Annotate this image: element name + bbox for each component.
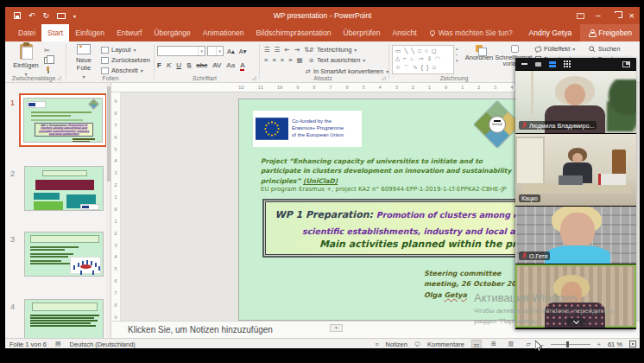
mouse-cursor xyxy=(535,341,543,352)
new-slide-button[interactable]: Neue Folie ▾ xyxy=(69,44,98,80)
notes-placeholder[interactable]: Klicken Sie, um Notizen hinzuzufügen xyxy=(128,322,273,339)
thumbnail-scrollbar-thumb[interactable] xyxy=(107,86,110,182)
program-line-text[interactable]: EU program Erasmus +, project KA2 n° 609… xyxy=(261,186,507,193)
project-text-main: Project “Enhancing capacity of universit… xyxy=(261,157,511,185)
indent-increase-icon: ⇥ xyxy=(294,46,300,54)
reading-view-button[interactable]: ▥ xyxy=(506,340,516,348)
video-tile-3[interactable]: О.Гетя xyxy=(515,206,636,264)
font-format-buttons[interactable]: FKUSabcAVAaA xyxy=(157,61,244,71)
arrange-button[interactable]: Anordnen xyxy=(464,45,494,61)
tab-datei[interactable]: Datei xyxy=(12,24,41,41)
zoom-level[interactable]: 61 % xyxy=(608,341,622,348)
minimize-icon[interactable]: – xyxy=(596,12,601,19)
clipboard-group-label: Zwischenablage xyxy=(7,75,60,81)
thumbnail-slide-2[interactable] xyxy=(24,166,104,211)
panel-layout-icon[interactable] xyxy=(622,61,630,67)
paragraph-dialog-launcher[interactable]: ◿ xyxy=(382,74,386,80)
shapes-row-2[interactable]: △⌐∟⇨⇩◠ xyxy=(395,55,451,62)
smartart-button[interactable]: ⇄ In SmartArt konvertieren▾ xyxy=(306,67,388,75)
clipboard-dialog-launcher[interactable]: ◿ xyxy=(57,74,61,80)
video-tile-1[interactable]: Людмила Владимиро... xyxy=(515,70,636,133)
notes-toggle-icon: ≡ xyxy=(375,341,378,347)
person-icon xyxy=(588,29,595,37)
ribbon-display-options-icon[interactable]: ⌃ xyxy=(577,13,584,19)
zoom-in-button[interactable]: + xyxy=(597,341,601,347)
restore-icon[interactable] xyxy=(612,13,618,18)
shapes-gallery[interactable]: ▭╲╲□○◻ △⌐∟⇨⇩◠ ☆⌒∿{}✩ xyxy=(392,45,454,74)
tab-start[interactable]: Start xyxy=(41,24,69,41)
tab-entwurf[interactable]: Entwurf xyxy=(110,24,148,41)
chevron-down-icon[interactable] xyxy=(566,318,585,326)
layout-button[interactable]: Layout▾ xyxy=(101,46,136,54)
tab-ueberpruefen[interactable]: Überprüfen xyxy=(338,24,387,41)
tell-me-box[interactable]: Was möchten Sie tun? xyxy=(430,24,513,41)
eu-logo-box[interactable]: Co-funded by the Erasmus+ Programme of t… xyxy=(253,111,362,147)
font-dialog-launcher[interactable]: ◿ xyxy=(252,74,256,80)
shapes-row-3[interactable]: ☆⌒∿{}✩ xyxy=(395,64,451,72)
align-buttons[interactable]: ≡≡≡≡▦ xyxy=(264,56,303,64)
speaker-view-icon[interactable] xyxy=(535,62,541,67)
align-text-button[interactable]: ⊜ Text ausrichten▾ xyxy=(309,56,365,64)
format-painter-icon[interactable] xyxy=(44,67,51,73)
reset-icon xyxy=(101,57,109,64)
align-center-icon: ≡ xyxy=(272,56,275,64)
fit-slide-to-window-icon[interactable] xyxy=(629,341,636,347)
thumbnail-slide-3[interactable] xyxy=(24,232,104,277)
notes-toggle[interactable]: Notizen xyxy=(386,341,407,348)
slide-sorter-view-button[interactable]: ⊞ xyxy=(489,340,499,348)
gallery-view-icon[interactable] xyxy=(549,61,556,67)
tab-ansicht[interactable]: Ansicht xyxy=(387,24,423,41)
paragraph-group-label: Absatz xyxy=(264,75,382,81)
participant-2-label: Кацко xyxy=(519,194,540,202)
close-icon[interactable]: × xyxy=(629,11,635,21)
spellcheck-icon[interactable]: ▤ xyxy=(55,341,61,347)
copy-icon[interactable] xyxy=(44,57,50,64)
account-name[interactable]: Andriy Getya xyxy=(529,29,572,37)
find-button[interactable]: Suchen xyxy=(589,45,620,53)
grid-view-icon[interactable] xyxy=(564,60,571,67)
tab-bildschirmpraesentation[interactable]: Bildschirmpräsentation xyxy=(250,24,338,41)
tab-einfuegen[interactable]: Einfügen xyxy=(69,24,110,41)
mini-wp-box: WP 1 Preparation: Promotion of clusters … xyxy=(35,123,93,137)
indent-decrease-icon: ⇤ xyxy=(284,46,289,54)
fill-effect-button[interactable]: Fülleffekt▾ xyxy=(535,45,575,53)
thumbnail-slide-4[interactable] xyxy=(24,299,104,338)
shapes-scroll[interactable]: ▴▪▾ xyxy=(456,47,458,63)
slideshow-view-button[interactable]: ▱ xyxy=(523,340,534,348)
share-button[interactable]: Freigeben xyxy=(580,24,640,41)
cut-icon[interactable]: ✂ xyxy=(44,47,51,54)
ribbon-tabs: Datei Start Einfügen Entwurf Übergänge A… xyxy=(12,24,423,41)
zoom-slider-thumb[interactable] xyxy=(566,341,569,347)
reset-button[interactable]: Zurücksetzen xyxy=(101,56,150,64)
comments-toggle[interactable]: Kommentare xyxy=(427,341,464,348)
font-size-combo[interactable]: ▾ xyxy=(207,46,224,56)
tab-animationen[interactable]: Animationen xyxy=(197,24,250,41)
section-button[interactable]: Abschnitt▾ xyxy=(101,67,143,74)
panel-minimize-icon[interactable] xyxy=(521,63,527,65)
font-group-label: Schriftart xyxy=(157,75,252,81)
laptop-decor xyxy=(559,175,583,185)
font-name-combo[interactable]: ▾ xyxy=(157,46,205,56)
quick-styles-icon xyxy=(511,45,519,53)
fill-effect-label: Fülleffekt xyxy=(544,45,570,53)
mic-muted-icon xyxy=(521,122,527,129)
grow-shrink-font-buttons[interactable]: A▴A▾ xyxy=(227,48,247,55)
video-tile-4-active-speaker[interactable] xyxy=(515,264,636,328)
smartart-icon: ⇄ xyxy=(306,68,311,75)
paste-button[interactable]: Einfügen ▾ xyxy=(10,44,41,77)
video-tile-2[interactable]: Кацко xyxy=(515,133,636,206)
normal-view-button[interactable]: ▭ xyxy=(471,340,482,348)
project-text-link: (UniClaD) xyxy=(303,177,338,185)
notes-splitter-handle[interactable]: ▾ xyxy=(330,324,343,332)
language-label[interactable]: Deutsch (Deutschland) xyxy=(70,341,136,348)
thumbnail-number-3: 3 xyxy=(10,235,15,244)
text-direction-button[interactable]: ⇵ Textrichtung▾ xyxy=(309,46,357,54)
list-buttons[interactable]: ☰☰⇤⇥⇅ xyxy=(264,46,309,54)
slide-counter: Folie 1 von 6 xyxy=(9,341,47,348)
window-decor xyxy=(515,137,545,185)
shapes-row-1[interactable]: ▭╲╲□○◻ xyxy=(395,48,451,54)
zoom-slider[interactable] xyxy=(551,344,590,345)
tab-uebergaenge[interactable]: Übergänge xyxy=(148,24,197,41)
thumbnail-slide-1[interactable]: WP 1 Preparation: Promotion of clusters … xyxy=(19,93,107,147)
project-title-text[interactable]: Project “Enhancing capacity of universit… xyxy=(261,156,520,186)
